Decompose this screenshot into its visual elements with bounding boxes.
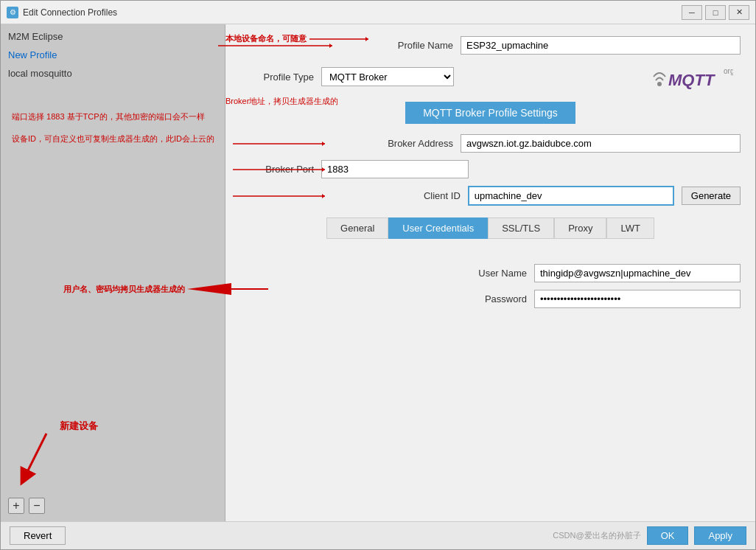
tab-general[interactable]: General xyxy=(326,217,388,239)
window-controls: ─ □ ✕ xyxy=(682,5,749,20)
maximize-button[interactable]: □ xyxy=(705,5,726,20)
profile-name-arrow xyxy=(218,41,336,51)
broker-address-input[interactable] xyxy=(461,134,741,153)
profile-type-select[interactable]: MQTT Broker xyxy=(321,67,454,86)
ok-button[interactable]: OK xyxy=(647,526,689,545)
title-bar-left: ⚙ Edit Connection Profiles xyxy=(7,7,117,18)
svg-point-6 xyxy=(657,82,662,86)
username-row: User Name xyxy=(240,264,741,282)
tab-user-credentials[interactable]: User Credentials xyxy=(388,217,488,239)
profile-name-input[interactable] xyxy=(461,36,741,55)
svg-marker-10 xyxy=(322,142,325,146)
password-label: Password xyxy=(453,293,527,304)
svg-text:MQTT: MQTT xyxy=(668,71,715,89)
generate-button[interactable]: Generate xyxy=(682,187,741,205)
app-icon: ⚙ xyxy=(7,7,18,18)
main-area: M2M Eclipse New Profile local mosquitto … xyxy=(1,24,755,521)
mqtt-logo-svg: MQTT org xyxy=(652,62,733,91)
tab-ssl-tls[interactable]: SSL/TLS xyxy=(488,217,554,239)
add-profile-button[interactable]: + xyxy=(8,498,24,514)
section-header: MQTT Broker Profile Settings xyxy=(240,102,741,124)
tabs-row: General User Credentials SSL/TLS Proxy L… xyxy=(240,217,741,239)
remove-profile-button[interactable]: − xyxy=(29,498,45,514)
svg-line-1 xyxy=(24,434,46,478)
svg-marker-5 xyxy=(329,43,332,48)
bottom-left: Revert xyxy=(10,526,66,545)
username-label: User Name xyxy=(453,268,527,279)
sidebar-bottom-controls: + − xyxy=(8,498,45,514)
sidebar: M2M Eclipse New Profile local mosquitto … xyxy=(1,24,225,521)
watermark-text: CSDN@爱出名的孙脏子 xyxy=(553,530,640,541)
username-input[interactable] xyxy=(534,264,741,282)
profile-name-label: Profile Name xyxy=(379,40,453,51)
mqtt-broker-settings-button[interactable]: MQTT Broker Profile Settings xyxy=(405,102,575,124)
profile-name-row: Profile Name xyxy=(240,36,741,55)
svg-marker-14 xyxy=(322,194,325,198)
sidebar-item-new-profile[interactable]: New Profile xyxy=(1,46,225,64)
client-id-row: Client ID Generate xyxy=(240,186,741,206)
revert-button[interactable]: Revert xyxy=(10,526,66,545)
right-panel: 本地设备命名，可随意 Broker地址，拷贝生成器生成的 端口选择 1883 基… xyxy=(225,24,755,521)
apply-button[interactable]: Apply xyxy=(694,526,746,545)
password-row: Password xyxy=(240,290,741,308)
password-input[interactable] xyxy=(534,290,741,308)
annotation-new-device: 新建设备 xyxy=(60,420,98,433)
profile-type-row: Profile Type MQTT Broker xyxy=(240,62,741,91)
profile-type-label: Profile Type xyxy=(240,72,314,83)
bottom-right: CSDN@爱出名的孙脏子 OK Apply xyxy=(553,526,746,545)
tab-proxy[interactable]: Proxy xyxy=(554,217,606,239)
bottom-bar: Revert CSDN@爱出名的孙脏子 OK Apply xyxy=(1,521,755,549)
mqtt-logo-container: MQTT org xyxy=(461,62,741,91)
window-title: Edit Connection Profiles xyxy=(23,7,117,18)
broker-address-row: Broker Address xyxy=(240,134,741,153)
minimize-button[interactable]: ─ xyxy=(682,5,702,20)
client-id-label: Client ID xyxy=(387,190,461,201)
content-area: Profile Name Profile Type MQTT Broker xyxy=(240,36,741,308)
svg-text:org: org xyxy=(724,67,733,75)
profile-type-select-container: MQTT Broker xyxy=(321,67,454,86)
close-button[interactable]: ✕ xyxy=(729,5,749,20)
client-id-input[interactable] xyxy=(468,186,674,206)
credentials-section: 用户名、密码均拷贝生成器生成的 User Name xyxy=(240,264,741,308)
title-bar: ⚙ Edit Connection Profiles ─ □ ✕ xyxy=(1,1,755,24)
broker-port-input[interactable] xyxy=(321,160,469,178)
broker-port-label: Broker Port xyxy=(240,164,314,175)
tab-lwt[interactable]: LWT xyxy=(606,217,654,239)
broker-port-row: Broker Port xyxy=(240,160,741,178)
client-id-arrow xyxy=(233,191,329,201)
main-window: ⚙ Edit Connection Profiles ─ □ ✕ M2M Ecl… xyxy=(0,0,756,550)
sidebar-item-m2m[interactable]: M2M Eclipse xyxy=(1,27,225,46)
broker-addr-arrow xyxy=(233,139,329,149)
broker-address-label: Broker Address xyxy=(379,138,453,149)
big-arrow-icon xyxy=(17,426,61,495)
sidebar-item-local-mosquitto[interactable]: local mosquitto xyxy=(1,64,225,83)
